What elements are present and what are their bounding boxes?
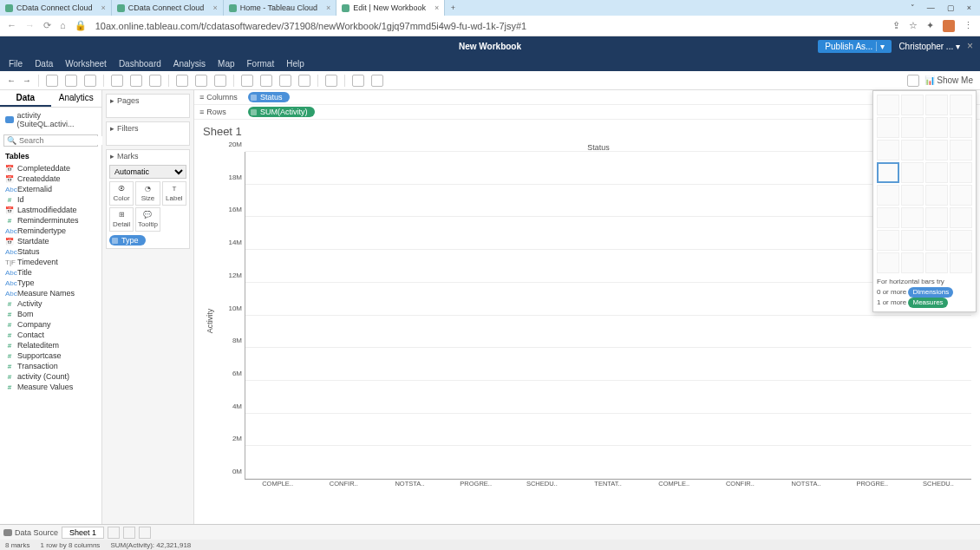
minimize-icon[interactable]: — xyxy=(927,3,935,12)
field-contact[interactable]: #Contact xyxy=(0,330,101,340)
showme-viz-1[interactable] xyxy=(901,95,924,115)
show-me-toggle[interactable]: 📊 Show Me xyxy=(924,75,973,85)
chevron-down-icon[interactable]: ˅ xyxy=(911,3,915,12)
toolbar-button[interactable] xyxy=(149,75,161,87)
field-createddate[interactable]: 📅Createddate xyxy=(0,174,101,184)
showme-viz-12[interactable] xyxy=(877,162,899,183)
showme-viz-6[interactable] xyxy=(925,117,948,138)
showme-viz-22[interactable] xyxy=(925,207,948,228)
showme-viz-16[interactable] xyxy=(877,185,899,206)
menu-analysis[interactable]: Analysis xyxy=(173,59,206,69)
field-transaction[interactable]: #Transaction xyxy=(0,361,101,371)
toolbar-button[interactable] xyxy=(325,75,337,87)
menu-help[interactable]: Help xyxy=(286,59,304,69)
pages-shelf[interactable]: ▸ Pages xyxy=(106,94,190,118)
close-icon[interactable]: × xyxy=(101,3,106,12)
toolbar-button[interactable] xyxy=(195,75,207,87)
field-completeddate[interactable]: 📅Completeddate xyxy=(0,163,101,174)
field-measure-names[interactable]: AbcMeasure Names xyxy=(0,288,101,298)
undo-icon[interactable]: ← xyxy=(7,75,16,85)
toolbar-button[interactable] xyxy=(84,75,96,87)
search-input[interactable]: 🔍 ▾ ▸ xyxy=(3,134,98,147)
showme-viz-26[interactable] xyxy=(925,230,948,251)
showme-viz-14[interactable] xyxy=(925,162,948,183)
new-story-icon[interactable] xyxy=(139,527,151,539)
home-icon[interactable]: ⌂ xyxy=(60,20,66,31)
marks-color[interactable]: ⦿Color xyxy=(109,181,134,206)
close-icon[interactable]: × xyxy=(434,3,439,12)
field-supportcase[interactable]: #Supportcase xyxy=(0,350,101,361)
browser-tab[interactable]: CData Connect Cloud× xyxy=(0,0,112,16)
new-dashboard-icon[interactable] xyxy=(123,527,135,539)
showme-viz-7[interactable] xyxy=(950,117,972,138)
close-icon[interactable]: × xyxy=(326,3,330,12)
showme-viz-24[interactable] xyxy=(877,230,899,251)
presentation-icon[interactable] xyxy=(907,75,919,87)
browser-tab-active[interactable]: Edit | New Workbook× xyxy=(336,0,445,16)
user-menu[interactable]: Christopher ... ▾ xyxy=(898,42,960,51)
toolbar-button[interactable] xyxy=(65,75,77,87)
marks-size[interactable]: ◔Size xyxy=(135,181,160,206)
menu-file[interactable]: File xyxy=(9,59,23,69)
pill-type[interactable]: Type xyxy=(109,235,146,246)
showme-viz-23[interactable] xyxy=(950,207,972,228)
showme-viz-5[interactable] xyxy=(901,117,924,138)
maximize-icon[interactable]: ▢ xyxy=(947,3,955,12)
new-tab-button[interactable]: + xyxy=(445,0,461,16)
menu-map[interactable]: Map xyxy=(218,59,234,69)
back-icon[interactable]: ← xyxy=(7,20,16,31)
showme-viz-20[interactable] xyxy=(877,207,899,228)
menu-icon[interactable]: ⋮ xyxy=(964,20,973,32)
showme-viz-10[interactable] xyxy=(925,140,948,160)
showme-viz-25[interactable] xyxy=(901,230,924,251)
browser-tab[interactable]: CData Connect Cloud× xyxy=(112,0,224,16)
close-icon[interactable]: × xyxy=(967,40,973,52)
data-source-tab[interactable]: Data Source xyxy=(3,528,58,537)
field-status[interactable]: AbcStatus xyxy=(0,246,101,257)
url-input[interactable] xyxy=(95,21,884,31)
sheet-title[interactable]: Sheet 1 xyxy=(194,120,980,143)
showme-viz-2[interactable] xyxy=(925,95,948,115)
rows-shelf[interactable]: ≡ Rows SUM(Activity) xyxy=(194,105,980,120)
toolbar-button[interactable] xyxy=(214,75,226,87)
close-icon[interactable]: × xyxy=(212,3,217,12)
showme-viz-27[interactable] xyxy=(950,230,972,251)
toolbar-button[interactable] xyxy=(130,75,142,87)
publish-as-button[interactable]: Publish As...▾ xyxy=(818,40,892,53)
star-icon[interactable]: ☆ xyxy=(909,20,918,32)
showme-viz-4[interactable] xyxy=(877,117,899,138)
showme-viz-21[interactable] xyxy=(901,207,924,228)
avatar[interactable] xyxy=(943,20,955,32)
pill-status[interactable]: Status xyxy=(248,92,290,102)
showme-viz-13[interactable] xyxy=(901,162,924,183)
field-company[interactable]: #Company xyxy=(0,319,101,330)
toolbar-button[interactable] xyxy=(260,75,272,87)
toolbar-button[interactable] xyxy=(241,75,253,87)
field-timedevent[interactable]: T|FTimedevent xyxy=(0,257,101,267)
filters-shelf[interactable]: ▸ Filters xyxy=(106,121,190,146)
columns-shelf[interactable]: ≡ Columns Status xyxy=(194,90,980,105)
field-type[interactable]: AbcType xyxy=(0,278,101,288)
mark-type-select[interactable]: Automatic xyxy=(109,165,186,179)
toolbar-button[interactable] xyxy=(176,75,188,87)
toolbar-button[interactable] xyxy=(46,75,58,87)
redo-icon[interactable]: → xyxy=(23,75,31,85)
toolbar-button[interactable] xyxy=(371,75,383,87)
field-remindertype[interactable]: AbcRemindertype xyxy=(0,226,101,236)
showme-viz-30[interactable] xyxy=(925,252,948,273)
field-id[interactable]: #Id xyxy=(0,194,101,205)
extensions-icon[interactable]: ✦ xyxy=(926,20,934,32)
share-icon[interactable]: ⇪ xyxy=(892,20,900,32)
menu-data[interactable]: Data xyxy=(35,59,53,69)
pill-sum-activity[interactable]: SUM(Activity) xyxy=(248,107,315,117)
browser-tab[interactable]: Home - Tableau Cloud× xyxy=(224,0,337,16)
field-reminderminutes[interactable]: #Reminderminutes xyxy=(0,215,101,226)
field-activity[interactable]: #Activity xyxy=(0,298,101,309)
showme-viz-19[interactable] xyxy=(950,185,972,206)
marks-detail[interactable]: ⊞Detail xyxy=(109,207,134,232)
showme-viz-28[interactable] xyxy=(877,252,899,273)
showme-viz-29[interactable] xyxy=(901,252,924,273)
showme-viz-18[interactable] xyxy=(925,185,948,206)
menu-dashboard[interactable]: Dashboard xyxy=(119,59,161,69)
field-title[interactable]: AbcTitle xyxy=(0,267,101,278)
